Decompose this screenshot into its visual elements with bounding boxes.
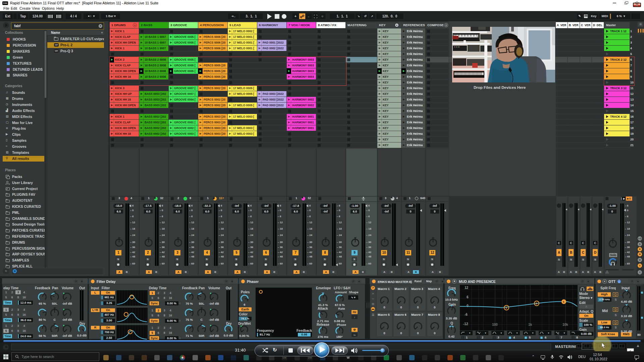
svg-text:1k: 1k (528, 323, 532, 326)
svg-text:X: X (636, 2, 639, 7)
svg-text:-12: -12 (463, 322, 468, 326)
svg-text:0: 0 (467, 304, 469, 308)
svg-text:6: 6 (467, 295, 469, 299)
svg-text:5: 5 (536, 302, 537, 305)
svg-text:12: 12 (465, 286, 469, 290)
svg-text:6: 6 (563, 300, 565, 303)
svg-text:10k: 10k (562, 323, 568, 326)
svg-text:-6: -6 (465, 313, 468, 316)
svg-text:100: 100 (492, 323, 498, 326)
svg-text:4: 4 (505, 306, 507, 309)
